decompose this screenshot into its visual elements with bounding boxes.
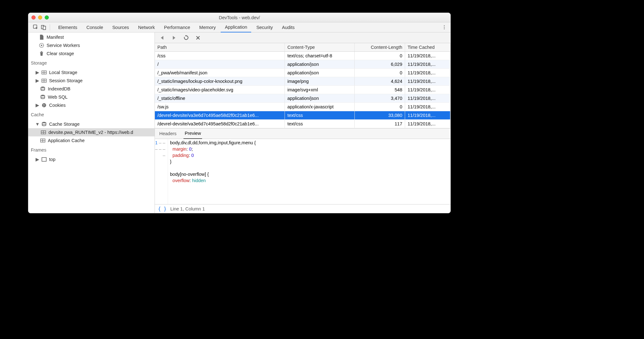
svg-rect-8 [42, 73, 44, 74]
trash-icon [39, 51, 44, 56]
status-bar: { } Line 1, Column 1 [155, 204, 450, 213]
table-icon [42, 78, 47, 83]
tab-console[interactable]: Console [82, 22, 107, 32]
cell-path: /devrel-devsite/va3e6d7c495ae58d2f0c21ab… [155, 120, 285, 128]
sidebar-item-cache-storage[interactable]: ▼ Cache Storage [28, 120, 155, 128]
table-row[interactable]: /_static/offlineapplication/json3,47011/… [155, 94, 450, 103]
tab-network[interactable]: Network [134, 22, 159, 32]
svg-point-19 [44, 105, 45, 105]
cell-path: /css [155, 52, 285, 60]
svg-rect-7 [44, 71, 46, 72]
sidebar-label: Cookies [49, 103, 65, 108]
sidebar-label: Session Storage [49, 78, 82, 83]
tab-audits[interactable]: Audits [278, 22, 299, 32]
svg-rect-32 [42, 158, 46, 161]
sidebar-item-websql[interactable]: Web SQL [28, 93, 155, 101]
code-content[interactable]: body,div,dl,dd,form,img,input,figure,men… [168, 139, 450, 204]
sidebar-item-manifest[interactable]: Manifest [28, 33, 155, 41]
nav-back-icon[interactable] [159, 35, 165, 41]
column-content-type[interactable]: Content-Type [285, 43, 355, 51]
column-path[interactable]: Path [155, 43, 285, 51]
application-sidebar: Manifest Service Workers Clear storage S… [28, 32, 155, 213]
tab-elements[interactable]: Elements [54, 22, 81, 32]
sidebar-item-local-storage[interactable]: ▶ Local Storage [28, 68, 155, 77]
cell-path: /_static/images/lockup-color-knockout.pn… [155, 77, 285, 85]
sidebar-item-session-storage[interactable]: ▶ Session Storage [28, 77, 155, 85]
inspect-element-icon[interactable] [32, 24, 39, 31]
gear-icon [39, 43, 44, 48]
svg-point-15 [41, 87, 45, 88]
cell-tc: 11/19/2018,... [405, 111, 450, 119]
svg-rect-26 [44, 133, 46, 134]
tab-performance[interactable]: Performance [160, 22, 194, 32]
sidebar-item-clear-storage[interactable]: Clear storage [28, 49, 155, 58]
cell-ct: text/css [285, 120, 355, 128]
svg-rect-9 [44, 73, 46, 74]
svg-rect-28 [41, 139, 43, 141]
sidebar-item-frames-top[interactable]: ▶ top [28, 155, 155, 164]
table-icon [41, 130, 46, 135]
cell-cl: 0 [355, 69, 405, 77]
sidebar-item-indexeddb[interactable]: IndexedDB [28, 85, 155, 93]
more-options-icon[interactable] [442, 25, 447, 30]
delete-icon[interactable] [195, 35, 201, 41]
table-row[interactable]: /_static/images/video-placeholder.svgima… [155, 86, 450, 94]
cookie-icon [42, 103, 47, 108]
table-header: Path Content-Type Content-Length Time Ca… [155, 43, 450, 52]
refresh-icon[interactable] [183, 35, 189, 41]
frame-icon [42, 157, 47, 162]
svg-rect-11 [42, 79, 44, 81]
cell-tc: 11/19/2018,... [405, 94, 450, 102]
sidebar-item-application-cache[interactable]: Application Cache [28, 136, 155, 145]
tab-security[interactable]: Security [252, 22, 277, 32]
svg-rect-2 [43, 26, 46, 30]
sidebar-item-cache-entry[interactable]: devsite.pwa_RUNTIME_v2 - https://web.d [28, 128, 155, 136]
sidebar-label: Clear storage [47, 51, 74, 56]
table-row[interactable]: /csstext/css; charset=utf-8011/19/2018,.… [155, 52, 450, 60]
cell-path: /_static/offline [155, 94, 285, 102]
sidebar-item-cookies[interactable]: ▶ Cookies [28, 101, 155, 109]
table-row[interactable]: /application/json6,02911/19/2018,... [155, 60, 450, 69]
window-title: DevTools - web.dev/ [28, 15, 450, 20]
column-content-length[interactable]: Content-Length [355, 43, 405, 51]
cell-tc: 11/19/2018,... [405, 103, 450, 111]
cell-tc: 11/19/2018,... [405, 60, 450, 68]
cell-ct: image/svg+xml [285, 86, 355, 94]
tab-sources[interactable]: Sources [108, 22, 133, 32]
device-toggle-icon[interactable] [40, 24, 47, 31]
sidebar-label: devsite.pwa_RUNTIME_v2 - https://web.d [48, 130, 133, 135]
panel-body: Manifest Service Workers Clear storage S… [28, 32, 450, 213]
sidebar-label: Manifest [47, 35, 64, 40]
cell-tc: 11/19/2018,... [405, 86, 450, 94]
svg-point-17 [42, 103, 46, 107]
detail-tab-preview[interactable]: Preview [184, 128, 202, 139]
sidebar-item-service-workers[interactable]: Service Workers [28, 41, 155, 49]
nav-forward-icon[interactable] [171, 35, 177, 41]
svg-rect-30 [41, 141, 43, 142]
toolbar-separator [50, 24, 50, 31]
svg-rect-13 [42, 81, 44, 82]
svg-rect-24 [44, 131, 46, 132]
svg-point-18 [43, 104, 44, 105]
cell-ct: application/json [285, 60, 355, 68]
chevron-down-icon: ▼ [36, 123, 39, 126]
svg-rect-6 [42, 71, 44, 72]
tab-application[interactable]: Application [221, 22, 251, 32]
table-row[interactable]: /devrel-devsite/va3e6d7c495ae58d2f0c21ab… [155, 120, 450, 128]
cell-tc: 11/19/2018,... [405, 69, 450, 77]
svg-rect-23 [42, 131, 43, 132]
tab-memory[interactable]: Memory [195, 22, 220, 32]
document-icon [39, 35, 44, 40]
table-row[interactable]: /sw.jsapplication/x-javascript011/19/201… [155, 103, 450, 111]
cell-path: / [155, 60, 285, 68]
column-time-cached[interactable]: Time Cached [405, 43, 450, 51]
table-row[interactable]: /_pwa/web/manifest.jsonapplication/json0… [155, 69, 450, 77]
chevron-right-icon: ▶ [36, 104, 39, 107]
pretty-print-icon[interactable]: { } [158, 206, 167, 212]
detail-tab-headers[interactable]: Headers [158, 128, 178, 139]
table-icon [40, 138, 45, 143]
table-row[interactable]: /devrel-devsite/va3e6d7c495ae58d2f0c21ab… [155, 111, 450, 120]
database-icon [40, 95, 45, 100]
svg-point-21 [42, 122, 46, 123]
table-row[interactable]: /_static/images/lockup-color-knockout.pn… [155, 77, 450, 86]
